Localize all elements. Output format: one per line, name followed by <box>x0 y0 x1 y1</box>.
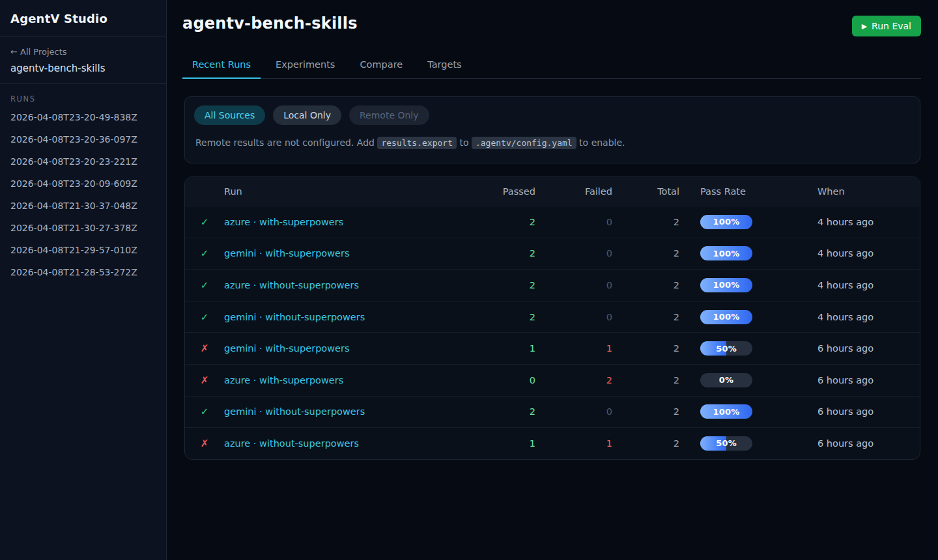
run-link[interactable]: azure · with-superpowers <box>224 375 343 385</box>
pass-rate-bar: 100% <box>700 246 752 260</box>
run-link[interactable]: gemini · with-superpowers <box>224 343 350 354</box>
note-text: to enable. <box>576 137 625 148</box>
pass-rate-label: 100% <box>700 246 752 260</box>
column-header-when: When <box>810 186 920 197</box>
check-icon: ✓ <box>185 279 224 291</box>
column-header-failed: Failed <box>535 186 612 197</box>
filter-pill-all-sources[interactable]: All Sources <box>194 105 265 125</box>
runs-section-label: RUNS <box>0 84 166 106</box>
total-count: 2 <box>612 438 679 449</box>
check-icon: ✓ <box>185 216 224 228</box>
play-icon: ▶ <box>862 23 867 30</box>
pass-rate-bar: 100% <box>700 278 752 292</box>
pass-rate-label: 100% <box>700 215 752 229</box>
pass-rate-bar: 100% <box>700 215 752 229</box>
failed-count: 0 <box>535 406 612 417</box>
sidebar-run-item[interactable]: 2026-04-08T21-29-57-010Z <box>0 239 166 261</box>
sidebar-run-item[interactable]: 2026-04-08T21-30-37-048Z <box>0 195 166 217</box>
table-row: ✗azure · with-superpowers0220%6 hours ag… <box>185 364 920 396</box>
total-count: 2 <box>612 248 679 259</box>
sidebar-project-name: agentv-bench-skills <box>10 63 156 74</box>
pass-rate-bar: 50% <box>700 436 752 451</box>
tab-experiments[interactable]: Experiments <box>266 53 345 79</box>
passed-count: 2 <box>477 280 535 290</box>
column-header-total: Total <box>612 186 679 197</box>
failed-count: 0 <box>535 217 612 227</box>
sidebar-run-item[interactable]: 2026-04-08T23-20-23-221Z <box>0 150 166 173</box>
note-text: Remote results are not configured. Add <box>195 137 377 148</box>
sidebar-run-item[interactable]: 2026-04-08T23-20-36-097Z <box>0 128 166 150</box>
pass-rate-label: 50% <box>700 436 752 451</box>
code-chip-config-yaml: .agentv/config.yaml <box>472 137 576 149</box>
table-row: ✓gemini · with-superpowers202100%4 hours… <box>185 238 920 270</box>
pass-rate-label: 0% <box>700 373 752 387</box>
source-filter-pills: All SourcesLocal OnlyRemote Only <box>194 105 911 125</box>
check-icon: ✓ <box>185 247 224 259</box>
check-icon: ✓ <box>185 311 224 323</box>
when-text: 4 hours ago <box>810 312 920 322</box>
remote-config-note: Remote results are not configured. Add r… <box>195 135 909 150</box>
code-chip-results-export: results.export <box>377 137 457 149</box>
main-content: agentv-bench-skills ▶ Run Eval Recent Ru… <box>167 0 938 560</box>
failed-count: 2 <box>535 375 612 385</box>
pass-rate-bar: 100% <box>700 404 752 419</box>
passed-count: 2 <box>477 312 535 322</box>
page-title: agentv-bench-skills <box>182 14 358 33</box>
column-header-pass-rate: Pass Rate <box>679 186 810 197</box>
source-filter-card: All SourcesLocal OnlyRemote Only Remote … <box>184 96 920 163</box>
run-link[interactable]: gemini · without-superpowers <box>224 312 365 322</box>
when-text: 6 hours ago <box>810 343 920 354</box>
all-projects-back-link[interactable]: ← All Projects <box>10 47 67 57</box>
pass-rate-bar: 100% <box>700 310 752 324</box>
pass-rate-label: 100% <box>700 404 752 419</box>
total-count: 2 <box>612 280 679 290</box>
pass-rate-label: 100% <box>700 310 752 324</box>
cross-icon: ✗ <box>185 438 224 449</box>
run-link[interactable]: gemini · without-superpowers <box>224 406 365 417</box>
table-row: ✓gemini · without-superpowers202100%6 ho… <box>185 396 920 428</box>
run-eval-button[interactable]: ▶ Run Eval <box>852 16 921 36</box>
sidebar-run-list: 2026-04-08T23-20-49-838Z2026-04-08T23-20… <box>0 106 166 283</box>
check-icon: ✓ <box>185 406 224 417</box>
sidebar-run-item[interactable]: 2026-04-08T23-20-09-609Z <box>0 173 166 195</box>
run-link[interactable]: azure · without-superpowers <box>224 438 359 449</box>
pass-rate-bar: 50% <box>700 341 752 356</box>
filter-pill-remote-only[interactable]: Remote Only <box>349 105 429 125</box>
table-row: ✓azure · with-superpowers202100%4 hours … <box>185 206 920 238</box>
passed-count: 2 <box>477 406 535 417</box>
run-link[interactable]: azure · without-superpowers <box>224 280 359 290</box>
run-link[interactable]: gemini · with-superpowers <box>224 248 350 259</box>
tab-recent-runs[interactable]: Recent Runs <box>182 53 261 79</box>
pass-rate-label: 100% <box>700 278 752 292</box>
sidebar-project-block: ← All Projects agentv-bench-skills <box>0 37 166 84</box>
when-text: 6 hours ago <box>810 438 920 449</box>
failed-count: 1 <box>535 438 612 449</box>
cross-icon: ✗ <box>185 374 224 386</box>
sidebar: AgentV Studio ← All Projects agentv-benc… <box>0 0 167 560</box>
runs-table: Run Passed Failed Total Pass Rate When ✓… <box>184 176 920 460</box>
total-count: 2 <box>612 343 679 354</box>
sidebar-run-item[interactable]: 2026-04-08T21-28-53-272Z <box>0 261 166 283</box>
filter-pill-local-only[interactable]: Local Only <box>273 105 341 125</box>
failed-count: 0 <box>535 280 612 290</box>
main-header: agentv-bench-skills ▶ Run Eval <box>167 0 938 36</box>
failed-count: 0 <box>535 312 612 322</box>
tab-compare[interactable]: Compare <box>350 53 412 79</box>
table-row: ✓azure · without-superpowers202100%4 hou… <box>185 269 920 301</box>
total-count: 2 <box>612 375 679 385</box>
pass-rate-bar: 0% <box>700 373 752 387</box>
column-header-run: Run <box>224 186 477 197</box>
run-link[interactable]: azure · with-superpowers <box>224 217 343 227</box>
sidebar-run-item[interactable]: 2026-04-08T23-20-49-838Z <box>0 106 166 128</box>
passed-count: 1 <box>477 438 535 449</box>
note-text: to <box>457 137 472 148</box>
passed-count: 0 <box>477 375 535 385</box>
sidebar-run-item[interactable]: 2026-04-08T21-30-27-378Z <box>0 217 166 239</box>
pass-rate-label: 50% <box>700 341 752 356</box>
failed-count: 0 <box>535 248 612 259</box>
tab-targets[interactable]: Targets <box>418 53 471 79</box>
total-count: 2 <box>612 406 679 417</box>
when-text: 4 hours ago <box>810 280 920 290</box>
when-text: 6 hours ago <box>810 375 920 385</box>
table-body: ✓azure · with-superpowers202100%4 hours … <box>185 206 920 459</box>
